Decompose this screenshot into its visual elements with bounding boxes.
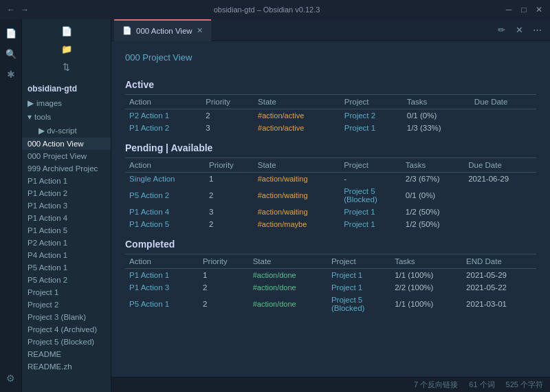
app-layout: 📄 🔍 ✱ ⚙ 📄 📁 ⇅ obsidian-gtd ▶ images ▾ to…	[0, 19, 550, 392]
state-link-p1a3-done[interactable]: #action/done	[253, 283, 296, 292]
action-link-p1a2[interactable]: P1 Action 2	[129, 124, 169, 132]
project-view-link[interactable]: 000 Project View	[125, 52, 192, 63]
enddate-p1a1-done: 2021-05-29	[462, 269, 536, 282]
sidebar-item-p5-action1[interactable]: P5 Action 1	[22, 261, 111, 274]
title-bar: ← → obsidian-gtd – Obsidian v0.12.3 ─ □ …	[0, 0, 550, 19]
edit-button[interactable]: ✏	[494, 23, 509, 38]
table-row: P1 Action 4 3 #action/waiting Project 1 …	[125, 206, 536, 218]
sidebar-item-dv-script[interactable]: ▶ dv-script	[22, 124, 111, 138]
duedate-p1a4	[464, 206, 536, 218]
enddate-p1a3-done: 2021-05-22	[462, 281, 536, 294]
completed-col-enddate: END Date	[462, 254, 536, 269]
tab-label: 000 Action View	[136, 27, 192, 35]
project-single: -	[340, 173, 402, 186]
sidebar-item-p4-action1[interactable]: P4 Action 1	[22, 249, 111, 261]
sidebar-item-readme[interactable]: README	[22, 348, 111, 360]
back-button[interactable]: ←	[6, 4, 16, 15]
sidebar-item-project2[interactable]: Project 2	[22, 298, 111, 311]
sidebar-item-p1-action4[interactable]: P1 Action 4	[22, 212, 111, 224]
priority-p5a1-done: 2	[199, 294, 249, 314]
close-window-button[interactable]: ✕	[534, 4, 544, 15]
sidebar-item-project5[interactable]: Project 5 (Blocked)	[22, 336, 111, 348]
sidebar-item-project4[interactable]: Project 4 (Archived)	[22, 323, 111, 336]
tab-close-button[interactable]: ✕	[197, 26, 203, 35]
pending-col-project: Project	[340, 158, 402, 173]
sidebar-item-p1-action1[interactable]: P1 Action 1	[22, 175, 111, 187]
sort-button[interactable]: ⇅	[59, 59, 74, 74]
project-link-p1a4[interactable]: Project 1	[344, 208, 375, 216]
action-link-single[interactable]: Single Action	[129, 175, 175, 183]
priority-p5a2: 2	[205, 185, 254, 206]
sidebar: 📄 📁 ⇅ obsidian-gtd ▶ images ▾ tools ▶ dv…	[22, 19, 111, 392]
state-link-p1a4[interactable]: #action/waiting	[258, 208, 308, 216]
more-button[interactable]: ⋯	[529, 23, 544, 38]
main-content: 000 Project View Active Action Priority …	[111, 41, 550, 377]
priority-p1a5: 2	[205, 218, 254, 230]
project-link-p1a5[interactable]: Project 1	[344, 220, 375, 228]
state-link-p2a1[interactable]: #action/active	[258, 111, 304, 120]
tasks-p1a2: 1/3 (33%)	[403, 122, 470, 134]
sidebar-item-p5-action2[interactable]: P5 Action 2	[22, 274, 111, 286]
state-link-p1a1-done[interactable]: #action/done	[253, 271, 296, 279]
active-col-state: State	[254, 95, 340, 109]
action-link-p5a2[interactable]: P5 Action 2	[129, 191, 169, 199]
pending-table: Action Priority State Project Tasks Due …	[125, 157, 536, 230]
sidebar-item-000-project-view[interactable]: 000 Project View	[22, 150, 111, 162]
sidebar-item-readme-zh[interactable]: README.zh	[22, 360, 111, 373]
completed-col-state: State	[249, 254, 327, 269]
pending-col-action: Action	[125, 158, 205, 173]
minimize-button[interactable]: ─	[503, 4, 514, 15]
state-link-p5a2[interactable]: #action/waiting	[258, 191, 308, 199]
sidebar-item-000-action-view[interactable]: 000 Action View	[22, 138, 111, 150]
action-link-p1a3-done[interactable]: P1 Action 3	[129, 283, 169, 292]
state-link-p1a5[interactable]: #action/maybe	[258, 220, 307, 228]
project-link-p1a1-done[interactable]: Project 1	[331, 271, 362, 279]
status-bar: 7 个反向链接 61 个词 525 个字符	[111, 377, 550, 392]
word-count: 61 个词	[469, 380, 494, 390]
sidebar-item-tools[interactable]: ▾ tools	[22, 110, 111, 124]
action-link-p1a4[interactable]: P1 Action 4	[129, 208, 169, 216]
project-link-p5a1-done[interactable]: Project 5(Blocked)	[331, 296, 365, 312]
forward-button[interactable]: →	[19, 4, 30, 15]
tab-file-icon: 📄	[122, 26, 132, 35]
sidebar-item-project3[interactable]: Project 3 (Blank)	[22, 311, 111, 323]
action-link-p1a1-done[interactable]: P1 Action 1	[129, 271, 169, 279]
new-file-button[interactable]: 📄	[59, 23, 74, 39]
pending-col-priority: Priority	[205, 158, 254, 173]
window-controls: ─ □ ✕	[503, 4, 544, 15]
ribbon-plugin-icon[interactable]: ✱	[3, 66, 19, 83]
sidebar-item-project1[interactable]: Project 1	[22, 286, 111, 298]
duedate-p1a5	[464, 218, 536, 230]
ribbon-file-icon[interactable]: 📄	[3, 25, 19, 41]
state-link-single[interactable]: #action/waiting	[258, 175, 308, 183]
action-link-p5a1-done[interactable]: P5 Action 1	[129, 300, 169, 308]
sidebar-item-p2-action1[interactable]: P2 Action 1	[22, 237, 111, 249]
maximize-button[interactable]: □	[518, 4, 529, 15]
state-link-p1a2[interactable]: #action/active	[258, 124, 304, 132]
sidebar-item-p1-action2[interactable]: P1 Action 2	[22, 187, 111, 199]
table-row: P1 Action 5 2 #action/maybe Project 1 1/…	[125, 218, 536, 230]
sidebar-item-label: images	[36, 99, 62, 107]
project-link-p1a3-done[interactable]: Project 1	[331, 283, 362, 292]
duedate-p1a2	[470, 122, 536, 134]
new-folder-button[interactable]: 📁	[59, 41, 74, 56]
project-link-p5a2[interactable]: Project 5(Blocked)	[344, 187, 377, 204]
sidebar-item-999-archived[interactable]: 999 Archived Projec	[22, 162, 111, 175]
ribbon-search-icon[interactable]: 🔍	[3, 45, 19, 62]
action-link-p2a1[interactable]: P2 Action 1	[129, 111, 169, 120]
tasks-p1a1-done: 1/1 (100%)	[390, 269, 462, 282]
sidebar-item-p1-action5[interactable]: P1 Action 5	[22, 224, 111, 237]
tasks-p2a1: 0/1 (0%)	[403, 109, 470, 122]
project-link-p1a2[interactable]: Project 1	[344, 124, 375, 132]
sidebar-item-images[interactable]: ▶ images	[22, 96, 111, 110]
char-count: 525 个字符	[506, 380, 543, 390]
priority-p1a2: 3	[201, 122, 254, 134]
project-link-p2a1[interactable]: Project 2	[344, 111, 375, 120]
sidebar-top-icons: 📄 📁 ⇅	[22, 19, 111, 78]
close-tab-button[interactable]: ✕	[512, 23, 527, 38]
state-link-p5a1-done[interactable]: #action/done	[253, 300, 296, 308]
ribbon-settings-icon[interactable]: ⚙	[3, 370, 19, 386]
sidebar-item-p1-action3[interactable]: P1 Action 3	[22, 199, 111, 212]
tab-000-action-view[interactable]: 📄 000 Action View ✕	[114, 19, 211, 41]
action-link-p1a5[interactable]: P1 Action 5	[129, 220, 169, 228]
